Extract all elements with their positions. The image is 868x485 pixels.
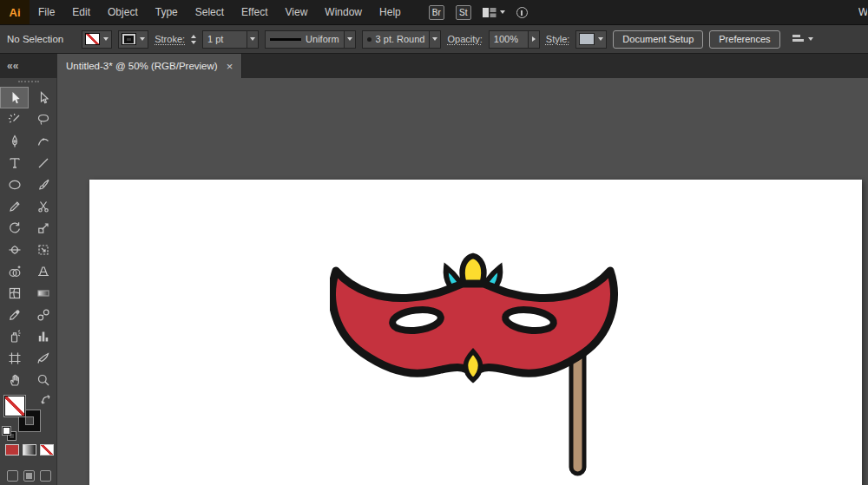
tool-lasso[interactable] — [29, 108, 57, 130]
width-profile-dropdown[interactable]: Uniform — [265, 30, 356, 49]
stepper-down-icon[interactable] — [191, 41, 196, 44]
dropdown-caret-zone[interactable] — [247, 31, 258, 48]
menubar: Ai File Edit Object Type Select Effect V… — [0, 0, 868, 24]
brush-preview-icon — [367, 37, 372, 42]
chevron-down-icon — [103, 37, 108, 41]
pencil-icon — [8, 200, 22, 213]
artboard[interactable] — [89, 180, 862, 485]
tool-line-segment[interactable] — [29, 152, 57, 174]
menu-item-view[interactable]: View — [277, 0, 317, 24]
menu-list: File Edit Object Type Select Effect View… — [30, 0, 410, 24]
scale-icon — [36, 221, 50, 235]
stroke-weight-value: 1 pt — [207, 34, 242, 44]
tool-selection[interactable] — [0, 87, 29, 108]
stock-button[interactable]: St — [456, 5, 471, 20]
collapse-panels-icon: «« — [7, 60, 18, 72]
gradient-icon — [36, 286, 50, 300]
stroke-label[interactable]: Stroke: — [155, 34, 185, 44]
dropdown-caret-zone[interactable] — [429, 31, 440, 48]
tool-mesh[interactable] — [0, 282, 29, 304]
draw-normal-icon[interactable] — [7, 470, 18, 482]
touch-workspace-icon[interactable] — [516, 7, 528, 18]
tool-hand[interactable] — [0, 369, 29, 390]
logo-text: Ai — [10, 6, 21, 19]
menu-item-file[interactable]: File — [30, 0, 63, 24]
color-button[interactable] — [5, 444, 19, 456]
dropdown-caret-zone[interactable] — [344, 31, 355, 48]
tool-zoom[interactable] — [29, 369, 57, 390]
fill-color-indicator[interactable] — [4, 396, 25, 416]
workspace-switcher[interactable] — [483, 7, 505, 18]
style-dropdown[interactable] — [575, 30, 607, 49]
menubar-right-cluster: Br St — [429, 5, 528, 20]
menu-item-edit[interactable]: Edit — [63, 0, 99, 24]
tool-ellipse[interactable] — [0, 174, 29, 195]
curvature-icon — [36, 134, 50, 148]
menu-item-help[interactable]: Help — [371, 0, 410, 24]
draw-inside-icon[interactable] — [40, 470, 51, 482]
style-label[interactable]: Style: — [546, 34, 570, 44]
fill-color-dropdown[interactable] — [82, 30, 112, 49]
menu-item-window[interactable]: Window — [316, 0, 371, 24]
menu-item-type[interactable]: Type — [147, 0, 187, 24]
tool-magic-wand[interactable] — [0, 108, 29, 130]
tool-shape-builder[interactable] — [0, 260, 29, 282]
menu-item-object[interactable]: Object — [99, 0, 147, 24]
stroke-weight-dropdown[interactable]: 1 pt — [202, 30, 259, 49]
draw-behind-icon[interactable] — [23, 470, 35, 482]
opacity-disclosure-zone[interactable] — [528, 31, 539, 48]
tool-pen[interactable] — [0, 130, 29, 152]
tool-symbol-sprayer[interactable] — [0, 325, 29, 347]
tool-artboard[interactable] — [0, 347, 29, 369]
tool-rotate[interactable] — [0, 217, 29, 239]
brush-dropdown[interactable]: 3 pt. Round — [362, 30, 442, 49]
tool-scissors[interactable] — [29, 195, 57, 217]
tool-type[interactable] — [0, 152, 29, 174]
chevron-down-icon — [808, 37, 813, 41]
tool-perspective-grid[interactable] — [29, 260, 57, 282]
tab-close-icon[interactable]: × — [227, 61, 233, 72]
document-tab[interactable]: Untitled-3* @ 50% (RGB/Preview) × — [57, 54, 242, 78]
tool-paintbrush[interactable] — [29, 174, 57, 195]
swap-fill-stroke-icon[interactable] — [41, 395, 51, 405]
tool-width[interactable] — [0, 239, 29, 260]
tool-scale[interactable] — [29, 217, 57, 239]
tool-eyedropper[interactable] — [0, 304, 29, 325]
preferences-button[interactable]: Preferences — [709, 30, 779, 49]
stroke-weight-stepper[interactable] — [191, 35, 196, 44]
hand-icon — [8, 373, 22, 387]
tool-pencil[interactable] — [0, 195, 29, 217]
tool-column-graph[interactable] — [29, 325, 57, 347]
line-segment-icon — [36, 156, 50, 170]
tool-free-transform[interactable] — [29, 239, 57, 260]
tool-grid — [0, 87, 57, 390]
masquerade-mask-artwork[interactable] — [330, 252, 621, 485]
menu-item-effect[interactable]: Effect — [233, 0, 276, 24]
width-profile-value: Uniform — [306, 34, 339, 44]
nose-gem[interactable] — [466, 351, 481, 380]
color-mode-row — [5, 444, 54, 456]
tool-direct-selection[interactable] — [29, 87, 57, 108]
chevron-down-icon — [500, 10, 505, 14]
align-options[interactable] — [792, 34, 813, 44]
tool-curvature[interactable] — [29, 130, 57, 152]
illustrator-logo-icon[interactable]: Ai — [0, 0, 30, 24]
default-fill-stroke-icon[interactable] — [3, 427, 16, 441]
bridge-button[interactable]: Br — [429, 5, 444, 20]
gradient-button[interactable] — [23, 444, 36, 456]
none-button[interactable] — [40, 444, 54, 456]
canvas-area[interactable] — [57, 78, 868, 485]
opacity-dropdown[interactable]: 100% — [489, 30, 540, 49]
free-transform-icon — [36, 243, 50, 257]
collapse-panels-button[interactable]: «« — [0, 54, 57, 78]
scissors-icon — [36, 200, 50, 213]
document-setup-button[interactable]: Document Setup — [613, 30, 703, 49]
menu-item-select[interactable]: Select — [187, 0, 233, 24]
stroke-color-dropdown[interactable] — [118, 30, 148, 49]
tool-slice[interactable] — [29, 347, 57, 369]
tool-gradient[interactable] — [29, 282, 57, 304]
opacity-label[interactable]: Opacity: — [447, 34, 482, 44]
stepper-up-icon[interactable] — [191, 35, 196, 38]
tool-blend[interactable] — [29, 304, 57, 325]
panel-grip[interactable] — [18, 81, 39, 82]
